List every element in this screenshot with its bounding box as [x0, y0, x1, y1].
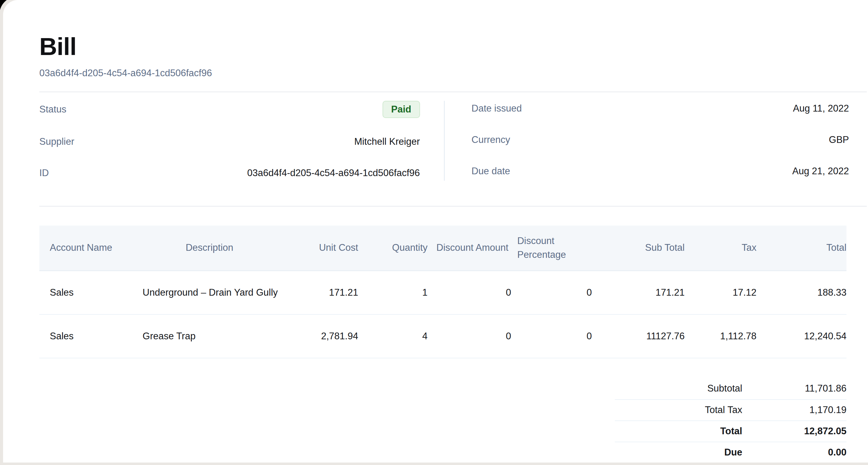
supplier-value: Mitchell Kreiger: [354, 136, 420, 147]
table-header-row: Account Name Description Unit Cost Quant…: [39, 225, 846, 271]
detail-row-supplier: Supplier Mitchell Kreiger: [39, 134, 420, 149]
col-header-tax: Tax: [685, 225, 756, 271]
total-tax-label: Total Tax: [615, 404, 742, 415]
bill-page: Bill 03a6d4f4-d205-4c54-a694-1cd506facf9…: [3, 0, 868, 463]
bill-uuid-subtitle: 03a6d4f4-d205-4c54-a694-1cd506facf96: [39, 68, 868, 79]
cell-tax: 17.12: [685, 271, 756, 314]
page-title: Bill: [39, 34, 868, 59]
cell-account-name: Sales: [39, 271, 132, 314]
details-right-column: Date issued Aug 11, 2022 Currency GBP Du…: [444, 101, 849, 181]
cell-sub-total: 171.21: [592, 271, 685, 314]
total-label: Total: [615, 426, 742, 437]
col-header-account-name: Account Name: [39, 225, 132, 271]
status-label: Status: [39, 104, 66, 115]
cell-total: 12,240.54: [756, 314, 846, 358]
cell-discount-percentage: 0: [511, 314, 592, 358]
col-header-unit-cost: Unit Cost: [281, 225, 358, 271]
detail-row-date-issued: Date issued Aug 11, 2022: [472, 101, 849, 116]
cell-discount-percentage: 0: [511, 271, 592, 314]
subtotal-label: Subtotal: [615, 383, 742, 394]
total-tax-value: 1,170.19: [742, 404, 846, 415]
col-header-description: Description: [132, 225, 281, 271]
table-row: Sales Grease Trap 2,781.94 4 0 0 11127.7…: [39, 314, 846, 358]
line-items-table-wrap: Account Name Description Unit Cost Quant…: [39, 225, 846, 359]
cell-tax: 1,112.78: [685, 314, 756, 358]
summary-row-due: Due 0.00: [615, 442, 846, 463]
total-value: 12,872.05: [742, 426, 846, 437]
details-bottom-divider: [39, 206, 867, 207]
col-header-quantity: Quantity: [358, 225, 428, 271]
summary-row-total: Total 12,872.05: [615, 421, 846, 442]
cell-quantity: 4: [358, 314, 428, 358]
totals-summary: Subtotal 11,701.86 Total Tax 1,170.19 To…: [615, 378, 846, 463]
table-row: Sales Underground – Drain Yard Gully 171…: [39, 271, 846, 314]
col-header-discount-percentage: Discount Percentage: [511, 225, 592, 271]
cell-discount-amount: 0: [428, 271, 511, 314]
supplier-label: Supplier: [39, 136, 74, 147]
id-label: ID: [39, 167, 49, 179]
line-items-table: Account Name Description Unit Cost Quant…: [39, 225, 846, 359]
details-left-column: Status Paid Supplier Mitchell Kreiger ID…: [39, 101, 444, 181]
date-issued-value: Aug 11, 2022: [793, 103, 849, 114]
col-header-sub-total: Sub Total: [592, 225, 685, 271]
cell-discount-amount: 0: [428, 314, 511, 358]
col-header-discount-amount: Discount Amount: [428, 225, 511, 271]
cell-unit-cost: 171.21: [281, 271, 358, 314]
due-label: Due: [615, 447, 742, 458]
subtotal-value: 11,701.86: [742, 383, 846, 394]
cell-sub-total: 11127.76: [592, 314, 685, 358]
summary-row-total-tax: Total Tax 1,170.19: [615, 399, 846, 421]
summary-row-subtotal: Subtotal 11,701.86: [615, 378, 846, 399]
cell-unit-cost: 2,781.94: [281, 314, 358, 358]
currency-label: Currency: [472, 134, 510, 145]
due-date-label: Due date: [472, 166, 510, 177]
detail-row-status: Status Paid: [39, 101, 420, 118]
currency-value: GBP: [829, 134, 849, 145]
due-value: 0.00: [742, 447, 846, 458]
due-date-value: Aug 21, 2022: [793, 166, 849, 177]
status-badge: Paid: [382, 101, 420, 118]
detail-row-currency: Currency GBP: [472, 132, 849, 148]
col-header-total: Total: [756, 225, 846, 271]
detail-row-id: ID 03a6d4f4-d205-4c54-a694-1cd506facf96: [39, 165, 420, 181]
date-issued-label: Date issued: [472, 103, 522, 114]
cell-description: Underground – Drain Yard Gully: [132, 271, 281, 314]
id-value: 03a6d4f4-d205-4c54-a694-1cd506facf96: [247, 167, 420, 179]
bill-content: Bill 03a6d4f4-d205-4c54-a694-1cd506facf9…: [3, 0, 868, 463]
detail-row-due-date: Due date Aug 21, 2022: [472, 163, 849, 179]
cell-account-name: Sales: [39, 314, 132, 358]
cell-description: Grease Trap: [132, 314, 281, 358]
cell-quantity: 1: [358, 271, 428, 314]
bill-details-section: Status Paid Supplier Mitchell Kreiger ID…: [39, 92, 849, 187]
cell-total: 188.33: [756, 271, 846, 314]
